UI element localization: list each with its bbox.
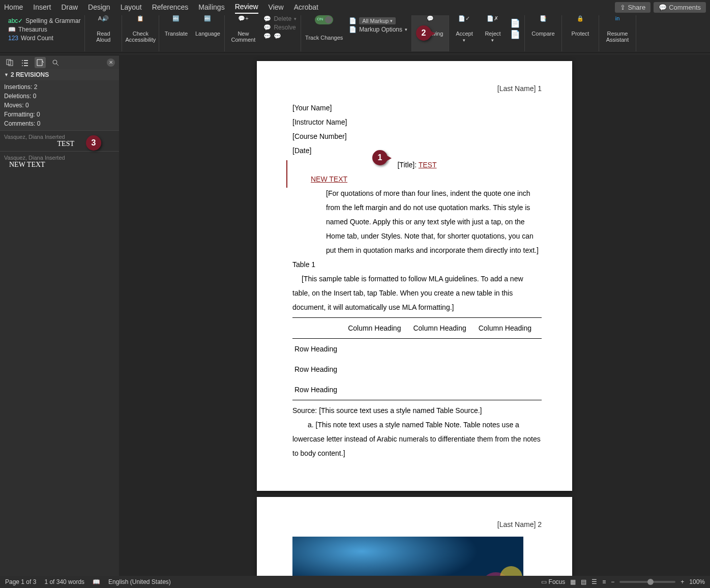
svg-rect-11: [292, 537, 523, 576]
new-comment-button[interactable]: 💬+New Comment: [229, 15, 257, 43]
focus-mode-button[interactable]: ▭ Focus: [541, 578, 565, 585]
compare-icon: 📑: [536, 15, 550, 30]
markup-options-dropdown[interactable]: 📄Markup Options ▾: [349, 26, 407, 33]
page-indicator[interactable]: Page 1 of 3: [5, 578, 36, 585]
callout-2: 2: [416, 25, 431, 41]
new-comment-icon: 💬+: [236, 15, 250, 30]
document-page[interactable]: [Last Name] 2: [257, 497, 572, 576]
close-icon: ✕: [109, 60, 113, 65]
callout-3: 3: [86, 135, 101, 151]
tab-draw[interactable]: Draw: [61, 1, 78, 13]
ribbon-tabs: Home Insert Draw Design Layout Reference…: [0, 0, 710, 14]
title-line: [Title]: TEST: [292, 158, 542, 172]
body-text: [Instructor Name]: [292, 115, 542, 129]
tab-acrobat[interactable]: Acrobat: [294, 1, 318, 13]
body-text: [Date]: [292, 143, 542, 158]
revision-stats: Insertions: 2 Deletions: 0 Moves: 0 Form…: [0, 80, 119, 130]
delete-comment-button[interactable]: 💬Delete▾: [263, 15, 297, 22]
pane-tab-search-icon[interactable]: [50, 57, 61, 68]
tab-references[interactable]: References: [152, 1, 189, 13]
page-icon: 📄: [349, 17, 357, 24]
svg-rect-3: [24, 60, 28, 61]
zoom-slider[interactable]: [619, 581, 675, 583]
reviewing-pane-tabs: ✕: [0, 55, 119, 69]
view-print-icon[interactable]: ▦: [570, 578, 576, 585]
accept-button[interactable]: 📄✓Accept▾: [453, 15, 476, 43]
linkedin-icon: in: [610, 15, 625, 30]
resolve-button[interactable]: 💬Resolve: [263, 24, 297, 31]
underwater-image: [292, 537, 523, 576]
pane-tab-revisions-icon[interactable]: [35, 57, 46, 68]
reviewing-pane-title[interactable]: ▼2 REVISIONS: [0, 69, 119, 80]
revision-item[interactable]: Vasquez, Diana Inserted TEST: [0, 130, 119, 151]
reject-icon: 📄✗: [486, 15, 500, 30]
share-button[interactable]: ⇪Share: [615, 2, 650, 13]
spellcheck-icon[interactable]: 📖: [93, 578, 100, 585]
word-count-button[interactable]: 123Word Count: [8, 35, 80, 42]
track-changes-toggle[interactable]: ON Track Changes: [305, 15, 343, 41]
document-page[interactable]: [Last Name] 1 [Your Name] [Instructor Na…: [257, 61, 572, 491]
inserted-text: TEST: [419, 161, 437, 169]
translate-button[interactable]: 🔤Translate: [163, 15, 189, 37]
tab-layout[interactable]: Layout: [121, 1, 142, 13]
svg-rect-5: [24, 63, 28, 64]
spelling-grammar-button[interactable]: abc✓Spelling & Grammar: [8, 17, 80, 24]
svg-point-2: [22, 60, 23, 61]
markup-display-dropdown[interactable]: 📄All Markup▾: [349, 17, 407, 24]
pane-close-button[interactable]: ✕: [107, 58, 115, 67]
next-change-button[interactable]: 📄: [510, 30, 520, 39]
comments-button[interactable]: 💬Comments: [654, 2, 706, 13]
resolve-icon: 💬: [263, 24, 271, 31]
accessibility-icon: 📋: [133, 15, 147, 30]
prev-icon: 💬: [263, 33, 271, 40]
inserted-text: NEW TEXT: [311, 175, 347, 183]
tab-design[interactable]: Design: [88, 1, 110, 13]
pane-tab-list-icon[interactable]: [19, 57, 31, 68]
table-caption: Table 1: [292, 257, 542, 272]
tab-home[interactable]: Home: [4, 1, 23, 13]
prev-next-comment[interactable]: 💬💬: [263, 33, 297, 40]
view-draft-icon[interactable]: ≡: [602, 578, 606, 585]
view-web-icon[interactable]: ▤: [581, 578, 586, 585]
zoom-level[interactable]: 100%: [689, 578, 705, 585]
language-indicator[interactable]: English (United States): [108, 578, 171, 585]
tab-view[interactable]: View: [269, 1, 284, 13]
view-outline-icon[interactable]: ☰: [591, 578, 597, 585]
protect-icon: 🔒: [573, 15, 587, 30]
document-image[interactable]: [292, 537, 523, 576]
zoom-in-button[interactable]: +: [681, 578, 684, 585]
check-accessibility-button[interactable]: 📋Check Accessibility: [126, 15, 155, 43]
thesaurus-button[interactable]: 📖Thesaurus: [8, 26, 80, 33]
block-quote: [For quotations of more than four lines,…: [326, 186, 542, 257]
prev-change-button[interactable]: 📄: [510, 18, 520, 28]
comment-icon: 💬: [659, 4, 667, 11]
compare-button[interactable]: 📑Compare: [529, 15, 557, 37]
spelling-icon: abc✓: [8, 17, 23, 24]
page-header: [Last Name] 2: [292, 517, 542, 532]
tab-insert[interactable]: Insert: [33, 1, 51, 13]
translate-icon: 🔤: [169, 15, 183, 30]
wordcount-icon: 123: [8, 35, 18, 42]
tab-review[interactable]: Review: [235, 1, 258, 14]
read-aloud-button[interactable]: A🔊Read Aloud: [89, 15, 117, 43]
word-count-indicator[interactable]: 1 of 340 words: [44, 578, 84, 585]
document-area[interactable]: [Last Name] 1 [Your Name] [Instructor Na…: [119, 55, 710, 576]
language-button[interactable]: 🔤Language: [195, 15, 220, 37]
body-text: [Course Number]: [292, 129, 542, 143]
revision-item[interactable]: Vasquez, Diana Inserted NEW TEXT: [0, 151, 119, 172]
accept-icon: 📄✓: [457, 15, 471, 30]
status-bar: Page 1 of 3 1 of 340 words 📖 English (Un…: [0, 576, 710, 588]
page-header: [Last Name] 1: [292, 81, 542, 96]
resume-assistant-button[interactable]: inResume Assistant: [603, 15, 632, 43]
table-description: [This sample table is formatted to follo…: [292, 272, 542, 314]
zoom-out-button[interactable]: −: [611, 578, 614, 585]
svg-point-8: [53, 60, 57, 64]
protect-button[interactable]: 🔒Protect: [566, 15, 595, 37]
reject-button[interactable]: 📄✗Reject▾: [482, 15, 504, 43]
svg-line-9: [56, 64, 58, 66]
tab-mailings[interactable]: Mailings: [198, 1, 224, 13]
pane-tab-pages-icon[interactable]: [4, 57, 15, 68]
sample-table: Column HeadingColumn HeadingColumn Headi…: [292, 317, 542, 400]
language-icon: 🔤: [200, 15, 215, 30]
table-source: Source: [This source text uses a style n…: [292, 403, 542, 418]
